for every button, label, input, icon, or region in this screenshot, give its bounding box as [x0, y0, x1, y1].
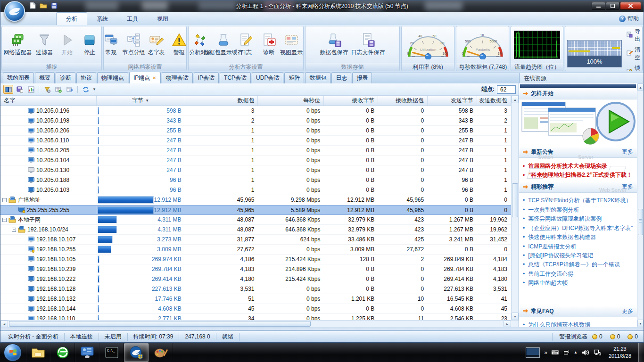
view-tab[interactable]: 报表	[352, 72, 372, 83]
show-hidden-icons-button[interactable]: ▲	[574, 350, 578, 354]
column-header[interactable]: 名字	[0, 96, 97, 106]
section-faq[interactable]: 常见FAQ 更多	[519, 306, 637, 317]
table-row[interactable]: 192.168.10.1073.273 MB31,877624 bps33.48…	[0, 235, 511, 245]
view-tab[interactable]: TCP会话	[220, 72, 251, 83]
ribbon-tab[interactable]: 分析	[56, 12, 87, 25]
table-row[interactable]: 192.168.10.13217.746 KB510 bps1.201 KB10…	[0, 294, 511, 304]
scroll-up-icon[interactable]: ▲	[637, 83, 644, 91]
scroll-down-icon[interactable]: ▼	[637, 320, 644, 327]
column-header[interactable]: 接收字节	[324, 96, 378, 106]
sidebar-scrollbar[interactable]: ▲ ▼	[637, 83, 644, 327]
tree-expander-icon[interactable]: −	[12, 228, 16, 232]
tree-expander-icon[interactable]: −	[2, 198, 7, 202]
locate-button[interactable]	[65, 85, 74, 94]
view-tab[interactable]: 日志	[331, 72, 351, 83]
make-graph-button[interactable]	[26, 85, 36, 94]
scroll-left-icon[interactable]: ◄	[0, 321, 8, 327]
featured-link[interactable]: •一次典型的案例分析	[523, 206, 633, 214]
column-header[interactable]: 接收数据包	[378, 96, 428, 106]
name-table-button[interactable]: 名字表	[147, 33, 166, 57]
log-save-button[interactable]: 日志文件保存	[351, 33, 385, 57]
featured-link[interactable]: •[原创]IP协议报头学习笔记	[523, 251, 633, 260]
taskbar-colasoft-button[interactable]	[124, 343, 149, 362]
export-button[interactable]: 导出	[627, 27, 640, 43]
view-tab[interactable]: 概要	[35, 72, 55, 83]
featured-link[interactable]: •网络中的超大帧	[523, 279, 633, 288]
taskbar-explorer-button[interactable]	[26, 343, 50, 362]
start-button[interactable]	[4, 344, 22, 362]
more-link[interactable]: 更多	[622, 148, 633, 156]
taskbar-network-monitor-button[interactable]	[75, 343, 99, 362]
table-row[interactable]: −广播地址12.912 MB45,9659.298 Mbps12.912 MB4…	[0, 195, 511, 205]
table-row[interactable]: 192.168.10.1444.608 KB450 bps0 B04.608 K…	[0, 304, 511, 314]
taskbar-paint-button[interactable]	[149, 343, 173, 362]
scroll-thumb[interactable]	[638, 209, 643, 235]
save-table-button[interactable]	[15, 85, 25, 94]
view-display-button[interactable]: 视图显示	[281, 33, 301, 57]
taskbar-cmd-button[interactable]: C:\_	[99, 343, 124, 362]
table-row[interactable]: 255.255.255.25512.912 MB45,9655.589 Mbps…	[0, 205, 511, 215]
tray-overflow-chevron[interactable]: »	[544, 349, 547, 356]
close-tab-icon[interactable]: ✕	[152, 75, 156, 81]
minimize-button[interactable]	[592, 2, 605, 10]
table-filter-button[interactable]	[42, 85, 52, 94]
featured-link[interactable]: •总结《TCP/IP详解卷一》的一个错误	[523, 260, 633, 269]
table-row[interactable]: 192.168.10.1102.771 KB340 bps1.225 KB112…	[0, 314, 511, 320]
stop-button[interactable]: 停止	[80, 33, 99, 57]
table-row[interactable]: 10.205.0.18896 B10 bps0 B096 B1	[0, 175, 511, 185]
view-tab[interactable]: 我的图表	[3, 72, 34, 83]
section-how-to-start[interactable]: 怎样开始	[519, 88, 637, 99]
refresh-button[interactable]	[81, 85, 91, 94]
general-button[interactable]: 常规	[103, 33, 121, 57]
table-row[interactable]: 192.168.10.105269.974 KB4,186215.424 Kbp…	[0, 255, 511, 264]
refresh-dropdown-icon[interactable]: ▼	[92, 87, 96, 91]
help-button[interactable]: ? 帮助	[619, 15, 639, 25]
scroll-right-icon[interactable]: ►	[504, 321, 511, 327]
alarm-explorer[interactable]: 警报浏览器 000	[552, 333, 642, 341]
node-details-toggle-button[interactable]	[3, 85, 13, 94]
vertical-scrollbar[interactable]: ▲ ▼	[511, 96, 519, 320]
column-header[interactable]: 每秒位	[258, 96, 324, 106]
clear-button[interactable]: 清空	[627, 46, 640, 62]
view-tab[interactable]: 诊断	[56, 72, 75, 83]
tray-preview-window[interactable]	[526, 347, 540, 358]
table-row[interactable]: 192.168.10.128227.613 KB3,5310 bps0 B022…	[0, 284, 511, 294]
show-desktop-button[interactable]	[638, 343, 644, 362]
scroll-thumb[interactable]	[9, 321, 311, 327]
column-header[interactable]: 发送数据包	[477, 96, 511, 106]
view-tab[interactable]: IP端点✕	[129, 72, 161, 83]
more-link[interactable]: 更多	[622, 307, 633, 315]
view-tab[interactable]: 矩阵	[284, 72, 304, 83]
volume-icon[interactable]	[582, 349, 589, 356]
window-restore-icon[interactable]	[563, 349, 570, 355]
table-row[interactable]: −本地子网4.311 MB48,087646.368 Kbps32.979 KB…	[0, 215, 511, 225]
ribbon-tab[interactable]: 系统	[87, 13, 117, 25]
taskbar-clock[interactable]: 21:23 2011/8/28	[606, 346, 634, 359]
column-header[interactable]: 数据包	[185, 96, 258, 106]
view-tab[interactable]: 协议	[76, 72, 96, 83]
table-row[interactable]: 192.168.10.2553.009 MB27,6720 bps3.009 M…	[0, 245, 511, 255]
scroll-thumb[interactable]	[512, 183, 518, 217]
tree-expander-icon[interactable]: −	[2, 218, 7, 222]
ribbon-tab[interactable]: 工具	[117, 13, 148, 25]
table-row[interactable]: 10.205.0.130247 B10 bps0 B0247 B1	[0, 165, 511, 175]
featured-link[interactable]: •ICMP差错报文分析	[523, 242, 633, 251]
scroll-down-icon[interactable]: ▼	[512, 313, 519, 320]
ribbon-tab[interactable]: 视图	[148, 13, 178, 25]
alarm-button[interactable]: 警报	[169, 33, 187, 57]
maximize-button[interactable]	[606, 2, 619, 10]
filter-button[interactable]: 过滤器	[34, 33, 54, 57]
view-tab[interactable]: IP会话	[194, 72, 219, 83]
taskbar-browser-button[interactable]	[50, 343, 75, 362]
table-row[interactable]: 192.168.10.239269.784 KB4,183214.896 Kbp…	[0, 264, 511, 274]
table-row[interactable]: 10.205.0.206255 B10 bps0 B0255 B1	[0, 126, 511, 136]
how-to-start-graphic[interactable]	[519, 99, 637, 147]
view-tab[interactable]: UDP会话	[252, 72, 283, 83]
node-group-button[interactable]: 节点分组	[124, 33, 144, 57]
scroll-up-icon[interactable]: ▲	[512, 96, 519, 103]
add-to-name-table-button[interactable]	[53, 85, 63, 94]
close-button[interactable]	[620, 2, 641, 10]
network-status-icon[interactable]	[594, 349, 602, 356]
faq-link[interactable]: •为什么只能捕获本机数据	[523, 321, 633, 327]
featured-link[interactable]: •TCP SYN Flood分析（基于TFN2K环境）	[523, 196, 633, 205]
